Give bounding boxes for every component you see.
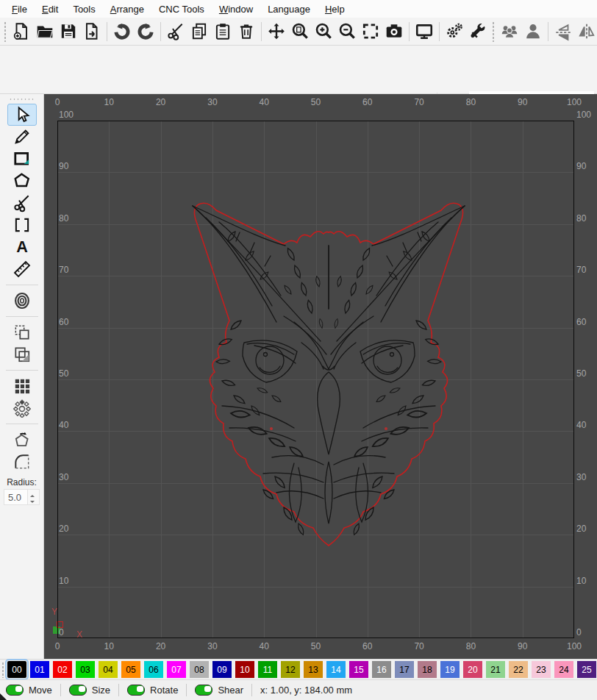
toolbar-grip[interactable] (492, 21, 496, 42)
color-swatch-15[interactable]: 15 (349, 661, 368, 678)
svg-text:A: A (16, 238, 28, 256)
toolbar-grip[interactable] (4, 21, 7, 42)
size-toggle[interactable] (69, 685, 87, 696)
size-toggle-label: Size (92, 685, 110, 696)
grid-copies-tool[interactable] (7, 375, 37, 397)
menu-arrange[interactable]: Arrange (103, 1, 151, 17)
users-button[interactable] (498, 21, 521, 43)
polygon-tool[interactable] (7, 170, 37, 192)
color-swatch-07[interactable]: 07 (167, 661, 186, 678)
trash-button[interactable] (235, 21, 257, 43)
radius-input[interactable]: 5.0 (4, 489, 40, 505)
color-swatch-01[interactable]: 01 (30, 661, 49, 678)
path-direction-tool[interactable] (7, 429, 37, 451)
folder-open-button[interactable] (34, 21, 56, 43)
user-button[interactable] (522, 21, 544, 43)
color-swatch-25[interactable]: 25 (577, 661, 596, 678)
ruler-label-right: 40 (576, 420, 597, 430)
pointer-tool[interactable] (7, 104, 37, 126)
zoom-in-button[interactable] (312, 21, 335, 43)
color-swatch-13[interactable]: 13 (304, 661, 323, 678)
sidebar-grip[interactable] (9, 98, 35, 101)
ruler-label-right: 30 (576, 472, 597, 482)
color-swatch-17[interactable]: 17 (395, 661, 414, 678)
menu-window[interactable]: Window (212, 1, 260, 17)
ruler-label-top: 70 (407, 97, 431, 107)
text-tool[interactable]: A (7, 236, 37, 258)
owl-design[interactable] (184, 199, 473, 550)
ruler-label-top: 50 (304, 97, 328, 107)
menu-language[interactable]: Language (260, 1, 318, 17)
ruler-tool[interactable] (7, 258, 37, 280)
move-button[interactable] (265, 21, 287, 43)
color-swatch-21[interactable]: 21 (486, 661, 505, 678)
menu-cnc-tools[interactable]: CNC Tools (151, 1, 212, 17)
color-swatch-10[interactable]: 10 (235, 661, 254, 678)
save-button[interactable] (57, 21, 79, 43)
circle-copies-tool[interactable] (7, 397, 37, 419)
weld-dashed-tool[interactable] (7, 321, 37, 343)
color-swatch-11[interactable]: 11 (258, 661, 277, 678)
flip-vertical-button[interactable] (552, 21, 574, 43)
cut-button[interactable] (165, 21, 187, 43)
ruler-label-top: 100 (562, 97, 586, 107)
color-swatch-12[interactable]: 12 (281, 661, 300, 678)
file-import-button[interactable] (81, 21, 103, 43)
ruler-label-top: 20 (149, 97, 173, 107)
monitor-button[interactable] (413, 21, 435, 43)
wrench-button[interactable] (467, 21, 489, 43)
color-swatch-02[interactable]: 02 (53, 661, 72, 678)
marquee-button[interactable] (360, 21, 382, 43)
transform-toolbar: XPos 0.000 mm YPos 0.000 mm Width 0.000 … (0, 46, 597, 94)
palette-grip[interactable] (1, 662, 5, 678)
color-swatch-24[interactable]: 24 (554, 661, 573, 678)
undo-button[interactable] (111, 21, 133, 43)
color-swatch-08[interactable]: 08 (190, 661, 209, 678)
redo-button[interactable] (135, 21, 157, 43)
shear-toggle[interactable] (195, 685, 212, 696)
color-swatch-23[interactable]: 23 (532, 661, 551, 678)
rotate-toggle[interactable] (127, 685, 145, 696)
color-swatch-22[interactable]: 22 (509, 661, 528, 678)
color-swatch-19[interactable]: 19 (440, 661, 460, 678)
file-new-button[interactable] (10, 21, 32, 43)
color-swatch-05[interactable]: 05 (121, 661, 140, 678)
ruler-label-right: 20 (576, 524, 597, 534)
zoom-page-button[interactable] (289, 21, 311, 43)
color-swatch-04[interactable]: 04 (99, 661, 118, 678)
rotate-toggle-label: Rotate (150, 685, 178, 696)
menu-help[interactable]: Help (318, 1, 352, 17)
zoom-out-button[interactable] (336, 21, 358, 43)
contour-rings-tool[interactable] (7, 290, 37, 312)
flip-horizontal-button[interactable] (576, 21, 597, 43)
color-swatch-06[interactable]: 06 (144, 661, 163, 678)
move-toggle[interactable] (6, 685, 24, 696)
color-swatch-16[interactable]: 16 (372, 661, 391, 678)
pencil-tool[interactable] (7, 126, 37, 148)
ruler-label-top: 40 (252, 97, 276, 107)
color-swatch-14[interactable]: 14 (326, 661, 346, 678)
color-swatch-20[interactable]: 20 (463, 661, 482, 678)
scissors-tool[interactable] (7, 192, 37, 214)
status-separator (118, 684, 119, 696)
menu-file[interactable]: File (4, 1, 35, 17)
menu-tools[interactable]: Tools (65, 1, 102, 17)
weld-solid-tool[interactable] (7, 343, 37, 365)
radius-spinner[interactable] (27, 490, 39, 504)
copy-button[interactable] (188, 21, 210, 43)
paste-button[interactable] (212, 21, 234, 43)
ruler-label-left: 20 (59, 524, 82, 534)
ruler-label-left: 70 (59, 265, 82, 275)
color-swatch-09[interactable]: 09 (212, 661, 232, 678)
select-area-tool[interactable] (7, 214, 37, 236)
rectangle-tool[interactable] (7, 148, 37, 170)
corner-radius-tool[interactable] (7, 451, 37, 473)
color-swatch-00[interactable]: 00 (7, 661, 26, 678)
color-swatch-18[interactable]: 18 (418, 661, 437, 678)
camera-button[interactable] (383, 21, 405, 43)
drawing-canvas[interactable]: Y X (44, 94, 597, 659)
gears-button[interactable] (443, 21, 465, 43)
menu-edit[interactable]: Edit (35, 1, 65, 17)
ruler-label-bottom: 50 (304, 641, 328, 651)
color-swatch-03[interactable]: 03 (76, 661, 95, 678)
